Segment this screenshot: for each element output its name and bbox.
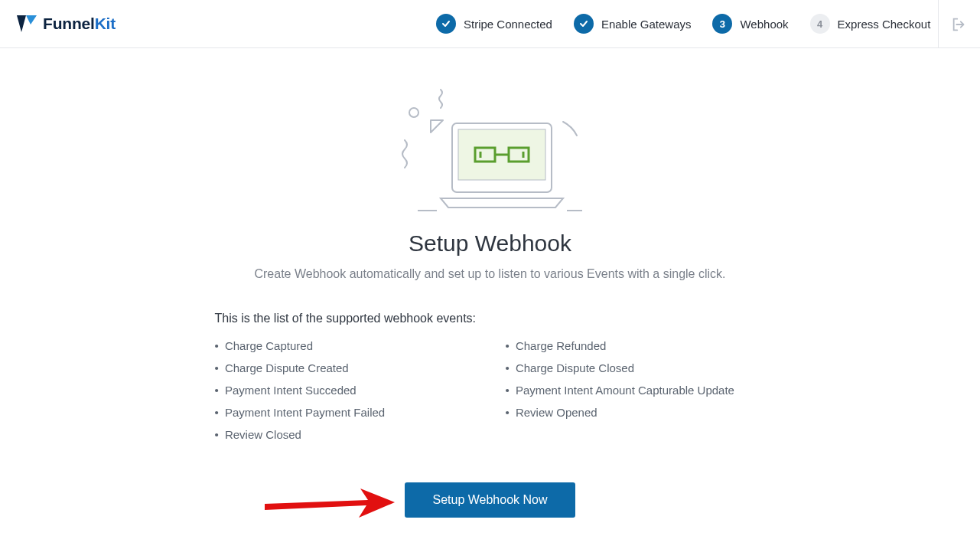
logo-text: FunnelKit	[43, 15, 116, 33]
checkmark-icon	[574, 14, 594, 34]
page-subtitle: Create Webhook automatically and set up …	[215, 267, 766, 281]
exit-button[interactable]	[938, 0, 980, 48]
checkmark-icon	[436, 14, 456, 34]
step-label: Stripe Connected	[464, 18, 552, 31]
event-item: Payment Intent Amount Capturable Update	[506, 384, 766, 397]
event-item: Charge Dispute Created	[215, 361, 475, 374]
event-item: Payment Intent Succeded	[215, 384, 475, 397]
page-title: Setup Webhook	[215, 230, 766, 257]
main-content: Setup Webhook Create Webhook automatical…	[215, 79, 766, 518]
step-label: Express Checkout	[838, 18, 931, 31]
events-list: Charge Captured Charge Dispute Created P…	[215, 339, 766, 450]
svg-point-0	[409, 108, 418, 117]
step-stripe-connected[interactable]: Stripe Connected	[436, 14, 552, 34]
arrow-annotation-icon	[261, 473, 399, 527]
setup-webhook-button[interactable]: Setup Webhook Now	[405, 482, 575, 518]
event-item: Charge Captured	[215, 339, 475, 352]
events-intro: This is the list of the supported webhoo…	[215, 312, 766, 325]
step-label: Enable Gateways	[601, 18, 692, 31]
logo-icon	[15, 14, 38, 34]
step-number-icon: 3	[712, 14, 732, 34]
step-enable-gateways[interactable]: Enable Gateways	[574, 14, 692, 34]
events-col-right: Charge Refunded Charge Dispute Closed Pa…	[506, 339, 766, 450]
event-item: Review Opened	[506, 406, 766, 419]
step-number-icon: 4	[810, 14, 830, 34]
event-item: Review Closed	[215, 428, 475, 441]
event-item: Charge Dispute Closed	[506, 361, 766, 374]
step-label: Webhook	[740, 18, 788, 31]
progress-steps: Stripe Connected Enable Gateways 3 Webho…	[436, 14, 930, 34]
webhook-illustration	[399, 79, 582, 217]
events-col-left: Charge Captured Charge Dispute Created P…	[215, 339, 475, 450]
header: FunnelKit Stripe Connected Enable Gatewa…	[0, 0, 980, 48]
exit-icon	[951, 16, 968, 33]
step-express-checkout[interactable]: 4 Express Checkout	[810, 14, 931, 34]
event-item: Charge Refunded	[506, 339, 766, 352]
event-item: Payment Intent Payment Failed	[215, 406, 475, 419]
logo: FunnelKit	[15, 14, 116, 34]
step-webhook[interactable]: 3 Webhook	[712, 14, 788, 34]
